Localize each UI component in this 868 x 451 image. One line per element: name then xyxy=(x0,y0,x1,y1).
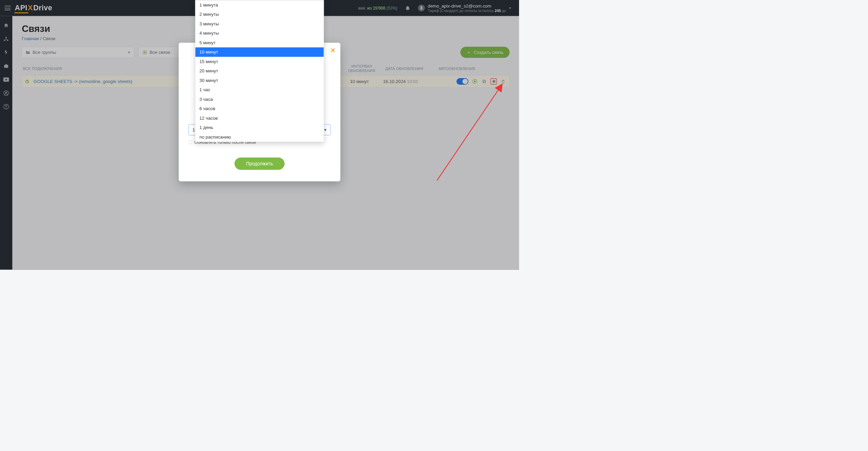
interval-option[interactable]: 30 минут xyxy=(195,76,324,85)
interval-option[interactable]: 3 часа xyxy=(195,95,324,104)
checkbox-input[interactable] xyxy=(189,141,192,144)
interval-option[interactable]: 1 час xyxy=(195,85,324,95)
interval-option[interactable]: по расписанию xyxy=(195,132,324,142)
interval-option[interactable]: 1 день xyxy=(195,123,324,132)
interval-option[interactable]: 2 минуты xyxy=(195,10,324,19)
chevron-down-icon: ▾ xyxy=(324,127,327,133)
interval-options-list[interactable]: 1 минута2 минуты3 минуты4 минуты5 минут1… xyxy=(195,0,324,142)
interval-option[interactable]: 15 минут xyxy=(195,57,324,67)
continue-button-label: Продолжить xyxy=(246,161,273,166)
interval-option[interactable]: 4 минуты xyxy=(195,28,324,38)
interval-option[interactable]: 12 часов xyxy=(195,114,324,123)
continue-button[interactable]: Продолжить xyxy=(235,157,285,170)
interval-option[interactable]: 20 минут xyxy=(195,66,324,76)
interval-option[interactable]: 3 минуты xyxy=(195,19,324,29)
interval-option[interactable]: 5 минут xyxy=(195,38,324,48)
interval-option[interactable]: 1 минута xyxy=(195,0,324,10)
close-icon[interactable]: ✕ xyxy=(330,47,336,54)
interval-option[interactable]: 6 часов xyxy=(195,104,324,114)
interval-option[interactable]: 10 минут xyxy=(195,47,324,57)
